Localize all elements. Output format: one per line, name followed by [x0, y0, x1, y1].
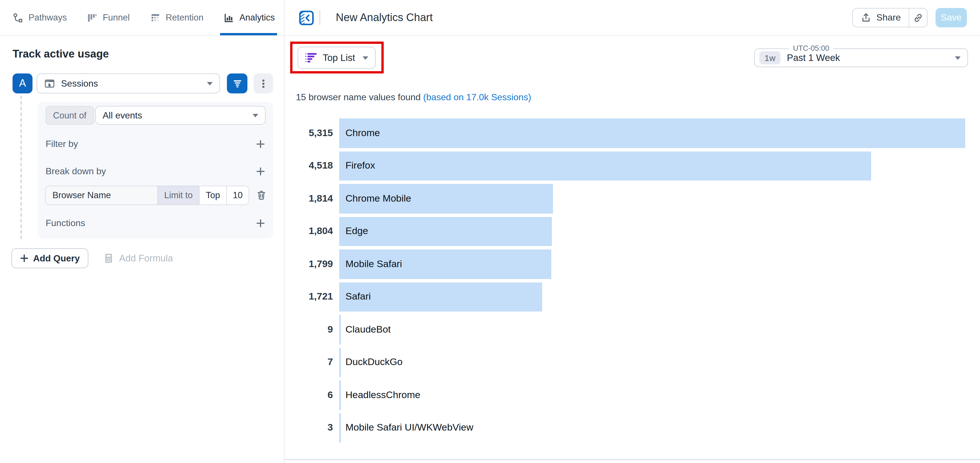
- limit-value-input[interactable]: 10: [227, 186, 248, 205]
- tab-pathways[interactable]: Pathways: [13, 0, 67, 35]
- tab-analytics[interactable]: Analytics: [223, 0, 275, 35]
- range-label: Past 1 Week: [787, 52, 840, 63]
- add-formula-label: Add Formula: [119, 253, 173, 264]
- chart-row: 3 Mobile Safari UI/WKWebView: [285, 413, 965, 442]
- bar-track: Firefox: [339, 151, 965, 181]
- copy-link-button[interactable]: [909, 8, 927, 27]
- chevron-down-icon: [955, 56, 961, 60]
- bar-value: 7: [285, 357, 333, 368]
- add-query-label: Add Query: [33, 253, 80, 263]
- bar-value: 1,721: [285, 291, 333, 303]
- tab-label: Pathways: [29, 13, 67, 23]
- bar-label: HeadlessChrome: [345, 390, 420, 401]
- bar[interactable]: [339, 217, 552, 246]
- functions-label: Functions: [46, 218, 85, 228]
- bar[interactable]: [339, 315, 341, 344]
- builder-heading: Track active usage: [13, 48, 109, 60]
- event-select[interactable]: All events: [95, 106, 266, 125]
- bar-label: ClaudeBot: [345, 324, 391, 335]
- chart-header: New Analytics Chart Share Save: [285, 0, 980, 36]
- bar-label: Chrome: [345, 128, 380, 139]
- chart-bottom-border: [285, 459, 980, 460]
- plus-icon: [256, 167, 265, 176]
- limit-to-chip: Limit to: [158, 186, 199, 205]
- bar-label: Safari: [345, 291, 371, 303]
- datasource-select[interactable]: Sessions: [37, 73, 220, 94]
- session-window-icon: [44, 78, 55, 89]
- query-sidebar: Pathways Funnel Retention Analytics Trac…: [0, 0, 285, 463]
- chart-type-label: Top List: [323, 52, 355, 63]
- tab-label: Analytics: [239, 13, 275, 23]
- plus-icon: [256, 219, 265, 228]
- collapse-sidebar-button[interactable]: [299, 10, 314, 25]
- analytics-icon: [223, 12, 234, 23]
- bar[interactable]: [339, 151, 872, 181]
- chevron-down-icon: [253, 114, 258, 117]
- filter-by-label: Filter by: [46, 139, 78, 149]
- range-shortcut-chip: 1w: [759, 51, 781, 64]
- app: Pathways Funnel Retention Analytics Trac…: [0, 0, 980, 463]
- chart-rows: 5,315 Chrome 4,518 Firefox 1,814 Chrome …: [285, 119, 965, 446]
- kebab-icon: [258, 78, 269, 89]
- collapse-panel-icon: [299, 10, 314, 25]
- limit-mode-select[interactable]: Top: [199, 186, 227, 205]
- date-range-picker[interactable]: UTC-05:00 1w Past 1 Week: [754, 48, 968, 67]
- add-filter-button[interactable]: [255, 139, 266, 149]
- tab-label: Retention: [165, 13, 204, 23]
- bar[interactable]: [339, 413, 341, 442]
- add-formula-button[interactable]: Add Formula: [103, 248, 173, 268]
- chart-row: 5,315 Chrome: [285, 119, 965, 148]
- bar[interactable]: [339, 348, 341, 377]
- retention-icon: [150, 12, 161, 23]
- add-function-button[interactable]: [255, 218, 266, 228]
- chart-type-select[interactable]: Top List: [298, 47, 376, 69]
- bar-track: Chrome Mobile: [339, 184, 965, 213]
- query-config-panel: Count of All events Filter by Break down…: [38, 102, 273, 239]
- chart-row: 7 DuckDuckGo: [285, 348, 965, 377]
- timezone-label: UTC-05:00: [789, 44, 833, 52]
- series-a-badge[interactable]: A: [13, 73, 32, 94]
- add-query-button[interactable]: Add Query: [11, 248, 88, 268]
- event-select-label: All events: [103, 110, 142, 121]
- bar-track: Safari: [339, 282, 965, 311]
- chevron-down-icon: [363, 56, 368, 60]
- chart-row: 9 ClaudeBot: [285, 315, 965, 344]
- bar-label: Edge: [345, 226, 368, 237]
- calculator-icon: [103, 253, 114, 264]
- chart-area: Top List UTC-05:00 1w Past 1 Week 15 bro…: [285, 36, 980, 463]
- tab-retention[interactable]: Retention: [150, 0, 204, 35]
- pathways-icon: [13, 12, 23, 23]
- series-menu-button[interactable]: [254, 73, 273, 94]
- breakdown-property[interactable]: Browser Name: [46, 186, 158, 205]
- add-breakdown-button[interactable]: [255, 166, 266, 176]
- bar-value: 6: [285, 390, 333, 401]
- share-button-group: Share: [853, 8, 928, 27]
- bar-track: Mobile Safari: [339, 249, 965, 279]
- bar-track: Mobile Safari UI/WKWebView: [339, 413, 965, 442]
- share-button[interactable]: Share: [853, 8, 909, 27]
- tab-label: Funnel: [103, 13, 130, 23]
- bar-track: DuckDuckGo: [339, 348, 965, 377]
- aggregation-chip[interactable]: Count of: [46, 106, 94, 125]
- chart-type-tabs: Pathways Funnel Retention Analytics: [0, 0, 284, 36]
- breakdown-label: Break down by: [46, 166, 106, 176]
- summary-link[interactable]: (based on 17.0k Sessions): [423, 92, 531, 102]
- bar-value: 1,804: [285, 226, 333, 237]
- bar-value: 9: [285, 324, 333, 335]
- bar-label: Mobile Safari: [345, 258, 402, 270]
- bar-label: Chrome Mobile: [345, 193, 411, 205]
- summary-text: 15 browser name values found: [296, 92, 421, 102]
- share-upload-icon: [861, 13, 872, 23]
- remove-breakdown-button[interactable]: [256, 190, 267, 203]
- bar[interactable]: [339, 381, 341, 410]
- tab-funnel[interactable]: Funnel: [87, 0, 130, 35]
- chart-row: 1,804 Edge: [285, 217, 965, 246]
- save-button[interactable]: Save: [935, 8, 967, 27]
- bar[interactable]: [339, 119, 965, 148]
- bar-value: 4,518: [285, 160, 333, 172]
- series-filter-button[interactable]: [227, 73, 247, 94]
- bar-track: Chrome: [339, 119, 965, 148]
- top-list-icon: [305, 52, 317, 63]
- bar-track: Edge: [339, 217, 965, 246]
- chart-row: 1,814 Chrome Mobile: [285, 184, 965, 213]
